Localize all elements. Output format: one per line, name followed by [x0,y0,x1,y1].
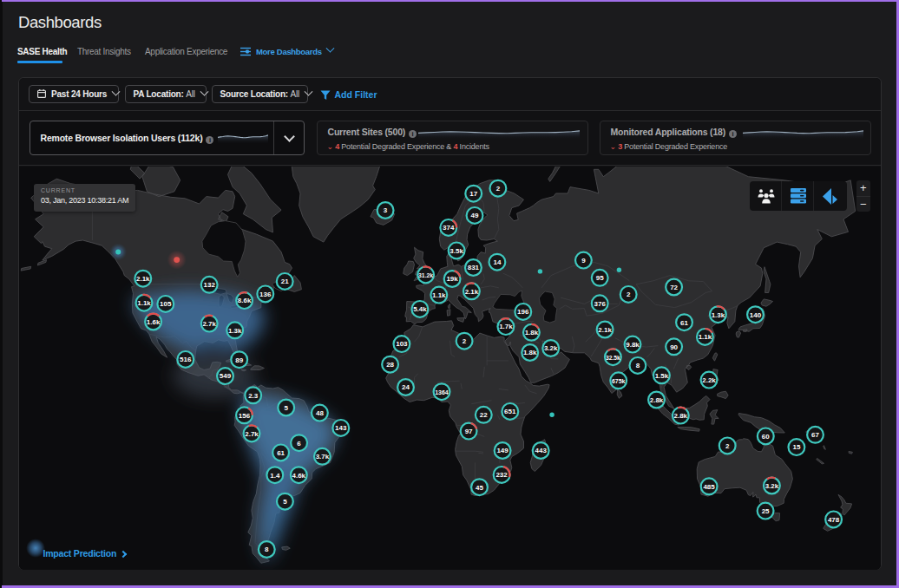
svg-text:60: 60 [761,433,769,441]
svg-text:95: 95 [595,274,603,282]
svg-text:2.3: 2.3 [248,392,259,400]
svg-text:2.1k: 2.1k [136,275,150,283]
svg-text:1.3k: 1.3k [711,311,725,319]
svg-text:17: 17 [469,190,477,198]
svg-text:549: 549 [219,372,231,380]
svg-text:2.1k: 2.1k [464,288,478,296]
svg-text:24: 24 [402,383,410,391]
svg-text:3.2k: 3.2k [764,482,778,490]
svg-text:2.8k: 2.8k [673,412,687,420]
svg-text:3.7k: 3.7k [315,453,329,461]
svg-text:2.2k: 2.2k [702,376,716,384]
svg-text:21: 21 [280,278,288,285]
svg-text:3.2k: 3.2k [543,344,557,352]
svg-text:485: 485 [703,483,715,491]
svg-text:19k: 19k [446,275,458,283]
svg-text:25: 25 [761,507,769,515]
svg-text:3.5k: 3.5k [450,247,463,255]
svg-text:443: 443 [535,447,547,454]
svg-text:45: 45 [476,484,483,492]
svg-text:61: 61 [277,449,285,457]
svg-text:8.6k: 8.6k [237,297,251,304]
svg-text:1.1k: 1.1k [432,291,446,299]
svg-text:97: 97 [464,428,472,435]
svg-text:1.1k: 1.1k [137,299,151,307]
svg-text:2.1k: 2.1k [598,326,612,334]
svg-text:2.8k: 2.8k [649,396,663,404]
svg-text:149: 149 [496,447,509,454]
svg-text:5.4k: 5.4k [413,305,427,313]
svg-text:1.5k: 1.5k [654,372,668,380]
svg-text:15: 15 [792,443,800,451]
svg-text:14: 14 [493,258,501,266]
svg-text:374: 374 [443,224,455,232]
svg-text:31.2k: 31.2k [418,271,434,279]
svg-text:5: 5 [283,498,287,506]
svg-text:3: 3 [383,206,387,214]
svg-text:89: 89 [235,356,243,364]
svg-text:1364: 1364 [435,389,449,396]
svg-text:1.7k: 1.7k [499,323,513,330]
svg-text:90: 90 [670,343,678,351]
svg-text:478: 478 [827,516,839,524]
svg-text:140: 140 [749,311,761,319]
svg-text:516: 516 [180,356,192,363]
svg-text:49: 49 [470,212,478,219]
svg-text:232: 232 [495,471,508,479]
svg-text:2: 2 [495,185,500,193]
svg-text:1.4: 1.4 [270,472,280,480]
svg-text:651: 651 [504,408,516,415]
svg-text:143: 143 [335,424,347,432]
svg-text:9: 9 [581,257,586,265]
svg-text:9.8k: 9.8k [626,341,640,349]
svg-text:48: 48 [315,409,323,417]
svg-text:5: 5 [284,404,288,412]
svg-text:132: 132 [203,281,215,289]
svg-text:28: 28 [386,361,394,369]
svg-text:2.7k: 2.7k [245,430,259,438]
svg-text:8: 8 [265,546,269,553]
svg-text:105: 105 [160,300,172,308]
svg-text:1.3k: 1.3k [227,327,241,335]
svg-text:675k: 675k [611,377,625,385]
svg-text:156: 156 [238,412,250,420]
svg-text:1.1k: 1.1k [698,333,712,341]
svg-text:2: 2 [626,291,630,298]
svg-text:6: 6 [297,440,301,448]
svg-text:196: 196 [517,308,529,316]
svg-text:2: 2 [725,442,729,450]
svg-text:4.6k: 4.6k [292,472,305,480]
svg-text:1.6k: 1.6k [146,318,160,326]
svg-text:61: 61 [680,319,688,327]
svg-text:2: 2 [462,337,466,345]
svg-text:831: 831 [467,264,479,271]
svg-text:72: 72 [670,284,678,291]
svg-text:2.7k: 2.7k [202,320,216,328]
svg-text:22: 22 [479,411,487,419]
svg-text:32.5k: 32.5k [605,354,620,362]
svg-text:103: 103 [396,340,408,348]
svg-text:1.8k: 1.8k [524,329,538,336]
svg-text:1.8k: 1.8k [522,349,536,356]
svg-text:8: 8 [635,362,640,369]
svg-text:136: 136 [259,291,272,298]
svg-text:67: 67 [811,431,819,439]
svg-text:376: 376 [594,300,606,308]
